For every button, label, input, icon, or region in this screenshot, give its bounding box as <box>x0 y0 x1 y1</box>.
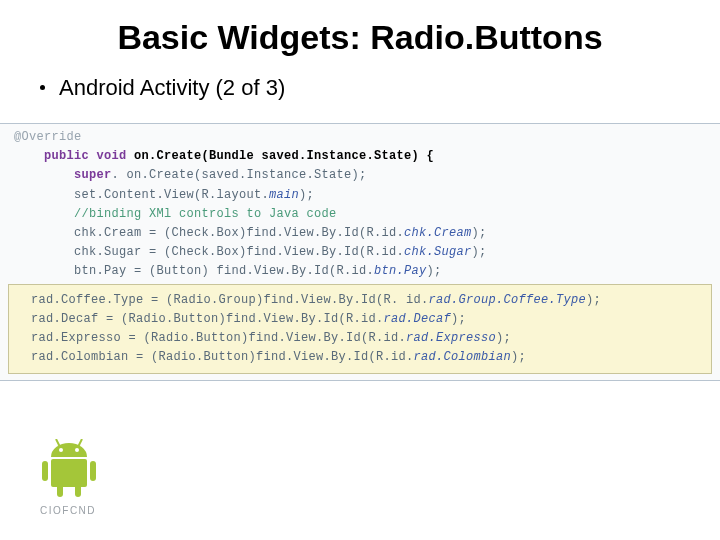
code-line: ); <box>472 245 487 259</box>
svg-rect-3 <box>57 483 63 497</box>
bullet-icon <box>40 85 45 90</box>
code-line: chk.Sugar = (Check.Box)find.View.By.Id(R… <box>74 245 404 259</box>
code-line: ); <box>427 264 442 278</box>
annotation-override: @Override <box>14 130 82 144</box>
id-chkcream: chk.Cream <box>404 226 472 240</box>
layout-main-ref: main <box>269 188 299 202</box>
highlighted-code: rad.Coffee.Type = (Radio.Group)find.View… <box>31 291 701 368</box>
keyword-void: void <box>97 149 127 163</box>
id-radexpresso: rad.Expresso <box>406 331 496 345</box>
code-line: ); <box>472 226 487 240</box>
code-line: rad.Expresso = (Radio.Button)find.View.B… <box>31 331 406 345</box>
svg-rect-0 <box>42 461 48 481</box>
method-signature: on.Create(Bundle saved.Instance.State) { <box>134 149 434 163</box>
subtitle-text: Android Activity (2 of 3) <box>59 75 285 100</box>
android-logo: CIOFCND <box>40 439 160 516</box>
android-wordmark: CIOFCND <box>40 505 160 516</box>
id-radcolombian: rad.Colombian <box>414 350 512 364</box>
slide-subtitle: Android Activity (2 of 3) <box>40 75 720 101</box>
keyword-public: public <box>44 149 89 163</box>
svg-point-8 <box>75 448 79 452</box>
code-line: ); <box>496 331 511 345</box>
code-region: @Override public void on.Create(Bundle s… <box>0 123 720 381</box>
id-radgroup: rad.Group.Coffee.Type <box>429 293 587 307</box>
highlighted-code-box: rad.Coffee.Type = (Radio.Group)find.View… <box>8 284 712 375</box>
code-line: ); <box>511 350 526 364</box>
svg-rect-2 <box>51 459 87 487</box>
code-comment: //binding XMl controls to Java code <box>74 207 337 221</box>
code-line: rad.Colombian = (Radio.Button)find.View.… <box>31 350 414 364</box>
keyword-super: super <box>74 168 112 182</box>
code-line: ); <box>299 188 314 202</box>
code-line: ); <box>586 293 601 307</box>
id-raddecaf: rad.Decaf <box>384 312 452 326</box>
code-line: . on.Create(saved.Instance.State); <box>112 168 367 182</box>
slide-title: Basic Widgets: Radio.Buttons <box>0 18 720 57</box>
code-line: ); <box>451 312 466 326</box>
code-line: rad.Coffee.Type = (Radio.Group)find.View… <box>31 293 429 307</box>
code-line: rad.Decaf = (Radio.Button)find.View.By.I… <box>31 312 384 326</box>
code-line: set.Content.View(R.layout. <box>74 188 269 202</box>
id-btnpay: btn.Pay <box>374 264 427 278</box>
svg-rect-4 <box>75 483 81 497</box>
code-line: btn.Pay = (Button) find.View.By.Id(R.id. <box>74 264 374 278</box>
code-line: chk.Cream = (Check.Box)find.View.By.Id(R… <box>74 226 404 240</box>
code-block: @Override public void on.Create(Bundle s… <box>0 124 720 282</box>
svg-line-5 <box>56 439 60 447</box>
svg-point-7 <box>59 448 63 452</box>
android-icon <box>40 439 98 499</box>
svg-rect-1 <box>90 461 96 481</box>
id-chksugar: chk.Sugar <box>404 245 472 259</box>
svg-line-6 <box>78 439 82 447</box>
